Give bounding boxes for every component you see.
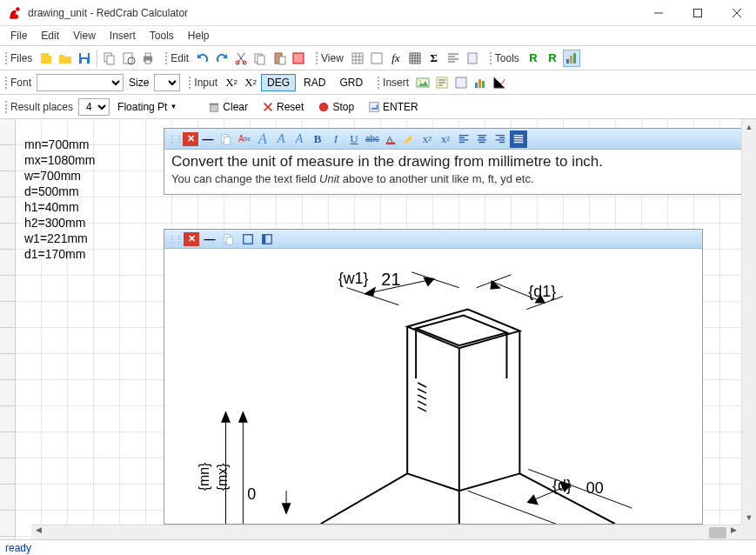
maximize-button[interactable] bbox=[678, 0, 717, 26]
drawing-close-icon[interactable]: ✕ bbox=[184, 232, 199, 246]
menu-tools[interactable]: Tools bbox=[143, 28, 181, 43]
save-icon[interactable] bbox=[76, 50, 93, 67]
title-bar: drawing_unit - RedCrab Calculator bbox=[0, 0, 756, 26]
insert-box-icon[interactable] bbox=[452, 74, 470, 91]
bold-icon[interactable]: B bbox=[309, 130, 326, 148]
open-file-icon[interactable] bbox=[57, 50, 74, 67]
new-file-icon[interactable] bbox=[37, 50, 55, 67]
vertical-scrollbar[interactable]: ▲ ▼ bbox=[741, 119, 756, 525]
var-item[interactable]: mx=1080mm bbox=[24, 152, 95, 168]
strike-icon[interactable]: abc bbox=[364, 130, 381, 148]
drawing-frame2-icon[interactable] bbox=[258, 231, 276, 248]
frame-minimize-icon[interactable]: — bbox=[199, 130, 217, 148]
align-left-icon[interactable] bbox=[455, 130, 472, 148]
font-style-icon[interactable]: Abc bbox=[236, 130, 253, 148]
var-item[interactable]: w=700mm bbox=[24, 168, 95, 184]
insert-chart-icon[interactable] bbox=[472, 74, 489, 91]
underline-icon[interactable]: U bbox=[345, 130, 363, 148]
cut-icon[interactable] bbox=[232, 50, 250, 67]
drawing-minimize-icon[interactable]: — bbox=[201, 231, 218, 248]
tool-r1-icon[interactable]: R bbox=[525, 50, 542, 67]
scroll-thumb[interactable] bbox=[709, 527, 726, 538]
frame-copy-icon[interactable] bbox=[217, 130, 235, 148]
insert-plot-icon[interactable] bbox=[491, 74, 508, 91]
rad-button[interactable]: RAD bbox=[298, 74, 331, 91]
drawing-copy-icon[interactable] bbox=[220, 231, 238, 248]
app-icon bbox=[7, 5, 23, 21]
font-a2-icon[interactable]: A bbox=[272, 130, 290, 148]
var-item[interactable]: w1=221mm bbox=[24, 231, 95, 246]
tool-r2-icon[interactable]: R bbox=[544, 50, 561, 67]
var-item[interactable]: d=500mm bbox=[24, 184, 95, 199]
variable-list: mn=700mm mx=1080mm w=700mm d=500mm h1=40… bbox=[24, 137, 95, 262]
menu-view[interactable]: View bbox=[66, 28, 103, 43]
grid-icon[interactable] bbox=[349, 50, 366, 67]
superscript-icon[interactable]: X2 bbox=[223, 74, 240, 91]
align-icon[interactable] bbox=[445, 50, 462, 67]
paste-icon[interactable] bbox=[271, 50, 288, 67]
enter-button[interactable]: ENTER bbox=[362, 98, 425, 116]
subscript-icon[interactable]: X2 bbox=[242, 74, 259, 91]
result-places-select[interactable]: 4 bbox=[78, 98, 110, 116]
align-right-icon[interactable] bbox=[492, 130, 509, 148]
scroll-left-icon[interactable]: ◀ bbox=[31, 525, 46, 534]
fx-icon[interactable]: fx bbox=[387, 50, 405, 67]
scroll-down-icon[interactable]: ▼ bbox=[742, 510, 756, 525]
var-item[interactable]: mn=700mm bbox=[24, 137, 95, 152]
font-select[interactable] bbox=[37, 74, 124, 91]
sigma-icon[interactable]: Σ bbox=[425, 50, 443, 67]
font-color-icon[interactable]: A bbox=[382, 130, 399, 148]
align-center-icon[interactable] bbox=[473, 130, 491, 148]
insert-text-icon[interactable] bbox=[433, 74, 451, 91]
page-view-icon[interactable] bbox=[464, 50, 481, 67]
text-frame-content[interactable]: Convert the unit of measure in the drawi… bbox=[164, 150, 746, 194]
scroll-right-icon[interactable]: ▶ bbox=[726, 525, 741, 534]
worksheet-grid[interactable]: mn=700mm mx=1080mm w=700mm d=500mm h1=40… bbox=[16, 119, 756, 539]
sub-x-icon[interactable]: x2 bbox=[437, 130, 454, 148]
menu-file[interactable]: File bbox=[3, 28, 34, 43]
text-frame[interactable]: ⋮⋮ ✕ — Abc A A A B I U abc A x2 x2 bbox=[164, 128, 747, 195]
scroll-up-icon[interactable]: ▲ bbox=[742, 119, 756, 134]
horizontal-scrollbar[interactable]: ◀ ▶ bbox=[31, 525, 741, 539]
var-item[interactable]: h1=40mm bbox=[24, 199, 95, 215]
drawing-frame[interactable]: ⋮⋮ ✕ — bbox=[164, 229, 703, 525]
grd-button[interactable]: GRD bbox=[333, 74, 369, 91]
drawing-frame1-icon[interactable] bbox=[239, 231, 257, 248]
deg-button[interactable]: DEG bbox=[261, 74, 296, 91]
print-preview-icon[interactable] bbox=[120, 50, 137, 67]
table-grid-icon[interactable] bbox=[406, 50, 424, 67]
highlight-icon[interactable] bbox=[400, 130, 418, 148]
svg-point-39 bbox=[319, 102, 329, 111]
italic-icon[interactable]: I bbox=[327, 130, 345, 148]
insert-image-icon[interactable] bbox=[414, 74, 432, 91]
clear-button[interactable]: Clear bbox=[202, 98, 254, 116]
menu-insert[interactable]: Insert bbox=[103, 28, 143, 43]
copy-icon[interactable] bbox=[101, 50, 118, 67]
redo-icon[interactable] bbox=[213, 50, 231, 67]
svg-text:{d1}: {d1} bbox=[528, 283, 556, 300]
frame-close-icon[interactable]: ✕ bbox=[183, 132, 198, 146]
menu-help[interactable]: Help bbox=[181, 28, 217, 43]
close-button[interactable] bbox=[717, 0, 756, 26]
font-a3-icon[interactable]: A bbox=[291, 130, 308, 148]
print-icon[interactable] bbox=[139, 50, 157, 67]
sup-x-icon[interactable]: x2 bbox=[418, 130, 436, 148]
frame-icon[interactable] bbox=[368, 50, 385, 67]
svg-line-56 bbox=[418, 389, 426, 393]
stop-button[interactable]: Stop bbox=[311, 98, 360, 116]
floating-pt-button[interactable]: Floating Pt ▼ bbox=[111, 98, 183, 116]
undo-icon[interactable] bbox=[194, 50, 211, 67]
minimize-button[interactable] bbox=[639, 0, 678, 26]
svg-rect-2 bbox=[693, 9, 701, 17]
tools-group-label: Tools bbox=[490, 52, 523, 64]
reset-button[interactable]: Reset bbox=[256, 98, 310, 116]
font-a1-icon[interactable]: A bbox=[254, 130, 271, 148]
var-item[interactable]: h2=300mm bbox=[24, 215, 95, 231]
var-item[interactable]: d1=170mm bbox=[24, 246, 95, 262]
delete-icon[interactable] bbox=[290, 50, 307, 67]
copy-clipboard-icon[interactable] bbox=[251, 50, 269, 67]
menu-edit[interactable]: Edit bbox=[34, 28, 66, 43]
tool-chart-icon[interactable] bbox=[563, 50, 580, 67]
size-select[interactable]: 12 bbox=[154, 74, 180, 91]
align-justify-icon[interactable] bbox=[510, 130, 527, 148]
